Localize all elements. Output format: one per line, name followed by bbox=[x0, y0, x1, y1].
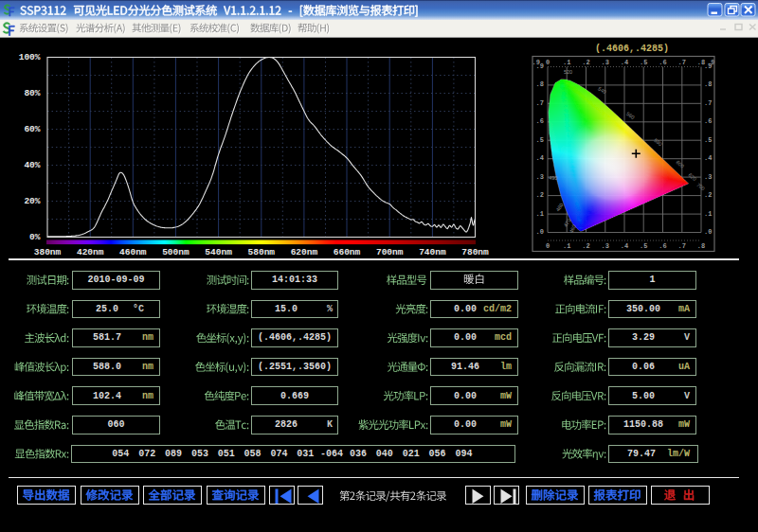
svg-text:540: 540 bbox=[597, 85, 607, 95]
svg-text:580: 580 bbox=[653, 137, 663, 147]
svg-text:490: 490 bbox=[549, 175, 557, 181]
svg-text:560: 560 bbox=[625, 111, 636, 120]
svg-text:480: 480 bbox=[554, 202, 564, 212]
svg-text:700: 700 bbox=[695, 182, 706, 192]
svg-text:600: 600 bbox=[675, 159, 685, 169]
svg-text:620: 620 bbox=[687, 172, 697, 183]
svg-text:520: 520 bbox=[564, 69, 572, 75]
